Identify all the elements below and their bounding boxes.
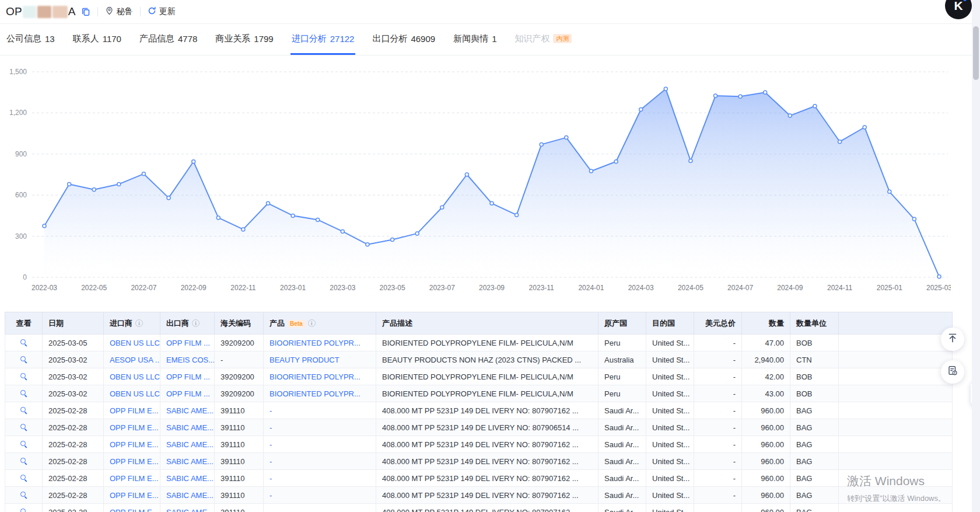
tab-新闻舆情[interactable]: 新闻舆情1 bbox=[452, 24, 498, 55]
product-link[interactable]: BIOORIENTED POLYPR... bbox=[264, 385, 376, 402]
back-to-top-button[interactable] bbox=[941, 328, 964, 351]
importer-link[interactable]: OPP FILM E... bbox=[104, 402, 160, 419]
product-description-cell: 408.000 MT PP 5231P 149 DEL IVERY NO: 80… bbox=[376, 487, 598, 504]
svg-text:2024-03: 2024-03 bbox=[628, 284, 654, 292]
tab-公司信息[interactable]: 公司信息13 bbox=[5, 24, 56, 55]
importer-link[interactable]: OPP FILM E... bbox=[104, 453, 160, 470]
product-link[interactable]: BIOORIENTED POLYPR... bbox=[264, 368, 376, 385]
product-link[interactable]: BIOORIENTED POLYPR... bbox=[264, 335, 376, 351]
table-body: 2025-03-05OBEN US LLCOPP FILM ...3920920… bbox=[5, 335, 953, 512]
view-magnifier-button[interactable] bbox=[5, 368, 43, 385]
product-link[interactable]: - bbox=[264, 504, 376, 512]
magnifier-icon bbox=[20, 508, 27, 512]
importer-link[interactable]: OPP FILM E... bbox=[104, 436, 160, 453]
column-header-产品: 产品Betai bbox=[264, 312, 376, 335]
tab-商业关系[interactable]: 商业关系1799 bbox=[214, 24, 274, 55]
info-icon[interactable]: i bbox=[308, 319, 316, 327]
quantity-cell: 960.00 bbox=[742, 504, 790, 512]
importer-link[interactable]: OPP FILM E... bbox=[104, 504, 160, 512]
importer-link[interactable]: OPP FILM E... bbox=[104, 487, 160, 504]
tab-知识产权[interactable]: 知识产权内测 bbox=[513, 24, 573, 55]
svg-text:2024-11: 2024-11 bbox=[827, 284, 852, 292]
column-header-目的国: 目的国 bbox=[646, 312, 694, 335]
quantity-unit-cell: BAG bbox=[790, 402, 839, 419]
view-magnifier-button[interactable] bbox=[5, 351, 43, 368]
importer-link[interactable]: OPP FILM E... bbox=[104, 470, 160, 487]
logo-dot bbox=[963, 0, 967, 1]
exporter-link[interactable]: SABIC AME... bbox=[160, 402, 215, 419]
exporter-link[interactable]: SABIC AME... bbox=[160, 487, 215, 504]
tab-进口分析[interactable]: 进口分析27122 bbox=[290, 24, 356, 55]
exporter-link[interactable]: SABIC AME... bbox=[160, 419, 215, 436]
product-link[interactable]: - bbox=[264, 470, 376, 487]
exporter-link[interactable]: OPP FILM ... bbox=[160, 368, 215, 385]
company-location[interactable]: 秘鲁 bbox=[105, 6, 133, 17]
importer-link[interactable]: OPP FILM E... bbox=[104, 419, 160, 436]
product-link[interactable]: - bbox=[264, 453, 376, 470]
view-magnifier-button[interactable] bbox=[5, 487, 43, 504]
tab-联系人[interactable]: 联系人1170 bbox=[72, 24, 123, 55]
info-icon[interactable]: i bbox=[135, 319, 143, 327]
info-icon[interactable]: i bbox=[192, 319, 200, 327]
shipments-table: 查看日期进口商i出口商i海关编码产品Betai产品描述原产国目的国美元总价数量数… bbox=[5, 312, 953, 512]
tab-count: 27122 bbox=[330, 34, 355, 44]
table-row: 2025-03-02AESOP USA ...EMEIS COS...-BEAU… bbox=[5, 351, 953, 368]
usd-total-cell: - bbox=[694, 470, 742, 487]
svg-text:2023-05: 2023-05 bbox=[380, 284, 405, 292]
import-trend-chart[interactable]: 03006009001,2001,5002022-032022-052022-0… bbox=[0, 55, 951, 298]
exporter-link[interactable]: SABIC AME... bbox=[160, 470, 215, 487]
tab-产品信息[interactable]: 产品信息4778 bbox=[138, 24, 198, 55]
usd-total-cell: - bbox=[694, 419, 742, 436]
view-magnifier-button[interactable] bbox=[5, 335, 43, 351]
svg-text:0: 0 bbox=[23, 273, 27, 281]
exporter-link[interactable]: EMEIS COS... bbox=[160, 351, 215, 368]
column-header-海关编码: 海关编码 bbox=[215, 312, 264, 335]
app-logo[interactable]: K bbox=[945, 0, 972, 19]
column-label: 日期 bbox=[48, 319, 64, 328]
scrollbar-thumb[interactable] bbox=[973, 26, 979, 80]
view-magnifier-button[interactable] bbox=[5, 504, 43, 512]
column-label: 原产国 bbox=[604, 319, 627, 328]
product-link[interactable]: - bbox=[264, 487, 376, 504]
importer-link[interactable]: OBEN US LLC bbox=[104, 385, 160, 402]
product-link[interactable]: - bbox=[264, 419, 376, 436]
product-description-cell: BEAUTY PRODUCTS NON HAZ (2023 CTNS) PACK… bbox=[376, 351, 598, 368]
origin-country-cell: Peru bbox=[598, 368, 646, 385]
view-magnifier-button[interactable] bbox=[5, 453, 43, 470]
origin-country-cell: Peru bbox=[598, 385, 646, 402]
exporter-link[interactable]: SABIC AME... bbox=[160, 504, 215, 512]
product-link[interactable]: BEAUTY PRODUCT bbox=[264, 351, 376, 368]
importer-link[interactable]: OBEN US LLC bbox=[104, 368, 160, 385]
report-feedback-button[interactable] bbox=[941, 360, 964, 384]
windows-activation-watermark: 激活 Windows 转到“设置”以激活 Windows。 bbox=[847, 473, 946, 504]
svg-text:2022-07: 2022-07 bbox=[131, 284, 156, 292]
importer-link[interactable]: AESOP USA ... bbox=[104, 351, 160, 368]
page: OP A 秘鲁 更新 K 公司信息13联系人1170产品信息4778商业关系 bbox=[0, 0, 980, 512]
view-magnifier-button[interactable] bbox=[5, 436, 43, 453]
svg-text:2023-03: 2023-03 bbox=[330, 284, 355, 292]
product-link[interactable]: - bbox=[264, 402, 376, 419]
svg-text:1,500: 1,500 bbox=[9, 68, 27, 76]
exporter-link[interactable]: OPP FILM ... bbox=[160, 385, 215, 402]
logo-letter: K bbox=[954, 0, 963, 13]
exporter-link[interactable]: SABIC AME... bbox=[160, 436, 215, 453]
tab-出口分析[interactable]: 出口分析46909 bbox=[371, 24, 436, 55]
exporter-link[interactable]: OPP FILM ... bbox=[160, 335, 215, 351]
view-magnifier-button[interactable] bbox=[5, 470, 43, 487]
product-link[interactable]: - bbox=[264, 436, 376, 453]
empty-cell bbox=[839, 436, 953, 453]
view-magnifier-button[interactable] bbox=[5, 402, 43, 419]
vertical-scrollbar[interactable] bbox=[972, 0, 980, 512]
importer-link[interactable]: OBEN US LLC bbox=[104, 335, 160, 351]
view-magnifier-button[interactable] bbox=[5, 419, 43, 436]
date-cell: 2025-03-02 bbox=[43, 351, 104, 368]
exporter-link[interactable]: SABIC AME... bbox=[160, 453, 215, 470]
column-header-出口商: 出口商i bbox=[160, 312, 215, 335]
update-button[interactable]: 更新 bbox=[148, 6, 176, 17]
column-label: 数量单位 bbox=[796, 319, 827, 328]
table-row: 2025-02-28OPP FILM E...SABIC AME...39111… bbox=[5, 419, 953, 436]
view-magnifier-button[interactable] bbox=[5, 385, 43, 402]
report-document-icon bbox=[947, 365, 958, 379]
copy-icon[interactable] bbox=[81, 7, 90, 16]
destination-country-cell: United St... bbox=[646, 335, 694, 351]
